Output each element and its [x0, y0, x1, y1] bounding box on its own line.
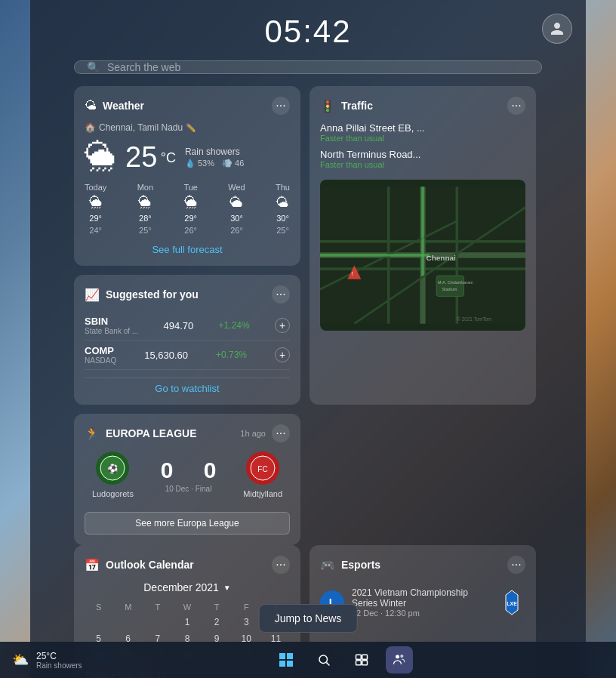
- stocks-header: 📈 Suggested for you ···: [85, 285, 290, 304]
- weather-widget-icon: 🌤: [85, 99, 97, 112]
- traffic-street-2: North Terminus Road...: [320, 149, 525, 160]
- europa-title: EUROPA LEAGUE: [106, 427, 197, 439]
- europa-more-btn[interactable]: ···: [272, 424, 290, 442]
- traffic-title: Traffic: [341, 100, 373, 112]
- stocks-widget: 📈 Suggested for you ··· SBIN State Bank …: [74, 275, 300, 405]
- weather-condition-icon: 🌦: [85, 139, 116, 175]
- svg-rect-24: [287, 653, 293, 659]
- user-icon[interactable]: [542, 14, 572, 44]
- taskbar-temp: 25°C: [36, 651, 82, 661]
- europa-title-row: 🏃 EUROPA LEAGUE: [85, 427, 197, 441]
- svg-text:M.A. Chidambaram: M.A. Chidambaram: [438, 280, 473, 285]
- cal-month: December 2021 ▼: [85, 581, 290, 593]
- svg-rect-29: [356, 655, 362, 659]
- chevron-down-icon[interactable]: ▼: [223, 584, 231, 592]
- weather-condition: Rain showers: [185, 146, 244, 157]
- taskbar-center: [273, 646, 413, 673]
- esports-team-badge: LXE: [498, 589, 525, 616]
- svg-text:!: !: [352, 270, 353, 277]
- cal-cell-2[interactable]: 2: [203, 615, 231, 630]
- esports-title: Esports: [341, 559, 380, 571]
- esports-more-btn[interactable]: ···: [507, 556, 525, 574]
- traffic-title-row: 🚦 Traffic: [320, 99, 373, 113]
- stock-sbin-symbol: SBIN: [85, 316, 138, 327]
- team-midtjylland: FC Midtjylland: [243, 451, 282, 498]
- svg-text:FC: FC: [257, 465, 267, 473]
- forecast-day-1: Mon 🌦 28° 25°: [137, 183, 153, 235]
- team-ludogorets-name: Ludogorets: [92, 489, 134, 498]
- cal-cell-empty3: [143, 615, 171, 630]
- stock-comp-change: +0.73%: [216, 350, 247, 360]
- taskbar: ⛅ 25°C Rain showers: [0, 642, 616, 678]
- traffic-street-1: Anna Pillai Street EB, ...: [320, 122, 525, 134]
- forecast-day-0: Today 🌦 29° 24°: [85, 183, 106, 235]
- stock-comp-add-btn[interactable]: +: [275, 347, 290, 362]
- task-view-button[interactable]: [348, 646, 375, 673]
- traffic-status-2: Faster than usual: [320, 160, 525, 169]
- traffic-widget: 🚦 Traffic ··· Anna Pillai Street EB, ...…: [310, 86, 536, 405]
- forecast-row: Today 🌦 29° 24° Mon 🌦 28° 25° Tue 🌦 29° …: [85, 183, 290, 235]
- traffic-more-btn[interactable]: ···: [507, 97, 525, 115]
- weather-header: 🌤 Weather ···: [85, 97, 290, 115]
- stocks-more-btn[interactable]: ···: [272, 285, 290, 304]
- wind-icon: 💨 46: [222, 159, 244, 168]
- widgets-panel: 05:42 🔍 🌤 Weather ··· 🏠 Chennai, Tamil N…: [30, 0, 586, 678]
- see-more-europa-btn[interactable]: See more Europa League: [85, 512, 290, 535]
- weather-title-row: 🌤 Weather: [85, 99, 144, 112]
- cal-header-t2: T: [203, 601, 231, 613]
- forecast-day-3: Wed 🌥 30° 26°: [228, 183, 245, 235]
- midtjylland-badge: FC: [246, 451, 279, 485]
- weather-unit: °C: [161, 149, 176, 165]
- traffic-item-1: Anna Pillai Street EB, ... Faster than u…: [320, 122, 525, 143]
- taskbar-cond: Rain showers: [36, 661, 82, 670]
- stock-comp-symbol: COMP: [85, 345, 116, 356]
- esports-event-date: 12 Dec · 12:30 pm: [352, 609, 491, 618]
- edit-icon[interactable]: ✏️: [186, 123, 196, 133]
- stocks-widget-icon: 📈: [85, 288, 100, 302]
- start-button[interactable]: [273, 646, 300, 673]
- teams-button[interactable]: [386, 646, 413, 673]
- cal-title: Outlook Calendar: [106, 559, 194, 571]
- weather-widget: 🌤 Weather ··· 🏠 Chennai, Tamil Nadu ✏️ 🌦…: [74, 86, 300, 266]
- team-ludogorets: ⚽ Ludogorets: [92, 451, 134, 498]
- clock: 05:42: [264, 14, 351, 50]
- weather-details: 💧 53% 💨 46: [185, 159, 244, 168]
- cal-cell-1[interactable]: 1: [173, 615, 201, 630]
- go-watchlist-link[interactable]: Go to watchlist: [85, 378, 290, 394]
- europa-header: 🏃 EUROPA LEAGUE 1h ago ···: [85, 424, 290, 442]
- jump-to-news-tooltip[interactable]: Jump to News: [259, 604, 358, 633]
- cal-header-t1: T: [143, 601, 171, 613]
- cal-cell-3[interactable]: 3: [233, 615, 260, 630]
- search-input[interactable]: [107, 61, 529, 73]
- esports-event-name: 2021 Vietnam Championship Series Winter: [352, 587, 491, 609]
- svg-line-28: [327, 662, 330, 665]
- svg-point-27: [319, 655, 328, 664]
- cal-header-s1: S: [85, 601, 112, 613]
- stock-sbin-price: 494.70: [164, 320, 194, 331]
- svg-rect-26: [287, 661, 293, 667]
- cal-header-m: M: [114, 601, 142, 613]
- cal-header-w: W: [173, 601, 201, 613]
- svg-text:⚽: ⚽: [107, 463, 119, 474]
- search-taskbar-button[interactable]: [310, 646, 337, 673]
- weather-main: 🌦 25 °C Rain showers 💧 53% 💨 46: [85, 139, 290, 175]
- svg-text:Chennai: Chennai: [427, 254, 457, 262]
- weather-more-btn[interactable]: ···: [272, 97, 290, 115]
- traffic-item-2: North Terminus Road... Faster than usual: [320, 149, 525, 169]
- cal-more-btn[interactable]: ···: [272, 556, 290, 574]
- stock-sbin-change: +1.24%: [219, 320, 250, 331]
- search-bar[interactable]: 🔍: [74, 60, 542, 74]
- home-icon: 🏠: [85, 122, 96, 133]
- stock-sbin-add-btn[interactable]: +: [275, 318, 290, 333]
- forecast-day-4: Thu 🌤 30° 25°: [276, 183, 290, 235]
- match-date: 10 Dec · Final: [165, 485, 212, 493]
- svg-rect-18: [436, 276, 464, 296]
- see-forecast-link[interactable]: See full forecast: [85, 244, 290, 255]
- search-icon: 🔍: [87, 61, 100, 73]
- taskbar-weather-icon: ⛅: [12, 652, 29, 668]
- cal-title-row: 📅 Outlook Calendar: [85, 558, 194, 572]
- europa-icon: 🏃: [85, 427, 100, 441]
- traffic-header: 🚦 Traffic ···: [320, 97, 525, 115]
- stock-sbin-name: State Bank of ...: [85, 327, 138, 335]
- traffic-map: ! Chennai M.A. Chidambaram Stadium © 202…: [320, 180, 525, 331]
